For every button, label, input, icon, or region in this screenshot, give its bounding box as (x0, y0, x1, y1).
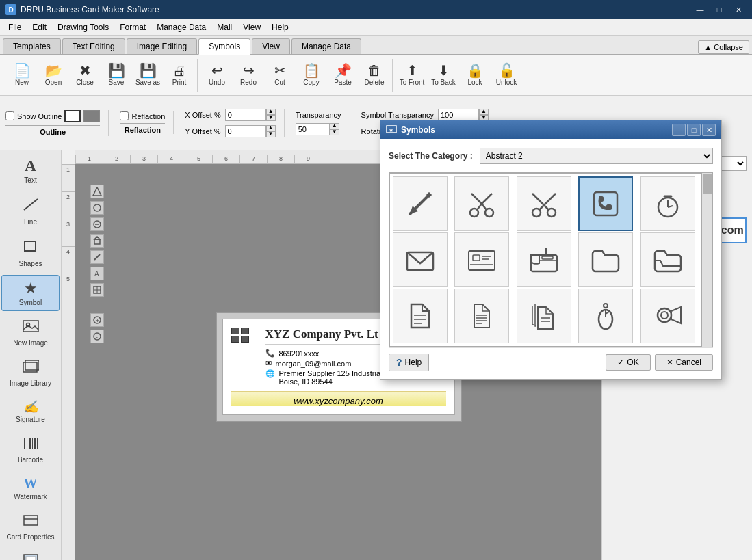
paste-button[interactable]: 📌 Paste (328, 59, 358, 92)
sidebar-item-card-background[interactable]: Card Background (1, 548, 60, 560)
redo-button[interactable]: ↪ Redo (233, 59, 263, 92)
dialog-restore-btn[interactable]: □ (687, 124, 701, 136)
to-front-button[interactable]: ⬆ To Front (397, 59, 427, 92)
show-outline-checkbox[interactable] (5, 111, 14, 120)
sidebar-item-card-properties[interactable]: Card Properties (1, 508, 60, 546)
sidebar-item-image-library[interactable]: Image Library (1, 354, 60, 392)
outline-fill-color[interactable] (83, 110, 100, 122)
ruler-h-8: 8 (267, 155, 294, 163)
canvas-tool-8[interactable]: + (90, 313, 104, 327)
canvas-tool-4[interactable] (90, 234, 104, 248)
sidebar-item-watermark[interactable]: W Watermark (1, 471, 60, 505)
reflaction-checkbox[interactable] (120, 111, 129, 120)
maximize-button[interactable]: □ (711, 3, 727, 16)
y-offset-input[interactable] (225, 125, 266, 137)
new-button[interactable]: 📄 New (7, 59, 37, 92)
symbol-cell-phone[interactable] (578, 176, 633, 231)
canvas-tool-3[interactable] (90, 217, 104, 231)
symbol-cell-envelope[interactable] (393, 232, 448, 287)
sidebar-item-signature[interactable]: ✍ Signature (1, 395, 60, 428)
menu-manage-data[interactable]: Manage Data (151, 19, 211, 35)
delete-button[interactable]: 🗑 Delete (359, 59, 389, 92)
symbol-cell-webcam[interactable] (640, 289, 695, 343)
symbol-cell-documents-stack[interactable] (517, 289, 571, 343)
sidebar-item-barcode[interactable]: Barcode (1, 431, 60, 468)
cut-button[interactable]: ✂ Cut (265, 59, 295, 92)
tab-text-editing[interactable]: Text Editing (62, 38, 125, 54)
menu-drawing-tools[interactable]: Drawing Tools (52, 19, 114, 35)
symbol-cell-mouse[interactable] (578, 289, 633, 343)
symbol-cell-scissors-open[interactable] (454, 176, 509, 231)
symbol-cell-mailbox[interactable] (517, 232, 571, 287)
canvas-tool-1[interactable] (90, 185, 104, 198)
dialog-category-select[interactable]: Abstract 2 Abstract 1 Business (480, 148, 713, 164)
sidebar-symbol-label: Symbol (19, 299, 42, 306)
symbol-cell-pencil[interactable] (393, 176, 448, 231)
close-doc-button[interactable]: ✖ Close (70, 59, 100, 92)
open-button[interactable]: 📂 Open (38, 59, 68, 92)
dialog-scrollbar[interactable] (701, 173, 712, 347)
dialog-win-buttons: — □ ✕ (672, 124, 716, 136)
svg-line-43 (477, 204, 482, 210)
symbol-cell-stopwatch[interactable] (640, 176, 695, 231)
save-button[interactable]: 💾 Save (101, 59, 131, 92)
save-as-button[interactable]: 💾 Save as (133, 59, 163, 92)
menu-mail[interactable]: Mail (211, 19, 237, 35)
tab-image-editing[interactable]: Image Editing (127, 38, 197, 54)
sidebar-item-text[interactable]: A Text (1, 152, 60, 189)
canvas-tool-2[interactable] (90, 201, 104, 215)
x-offset-input[interactable] (225, 109, 266, 121)
symbol-cell-document[interactable] (393, 289, 448, 343)
collapse-button[interactable]: ▲ Collapse (698, 40, 749, 54)
symbol-cell-document-lines[interactable] (454, 289, 509, 343)
canvas-tool-5[interactable] (90, 250, 104, 264)
canvas-tool-6[interactable]: A (90, 267, 104, 280)
symbol-transparancy-input[interactable] (438, 109, 479, 121)
dialog-close-btn[interactable]: ✕ (702, 124, 716, 136)
y-offset-down[interactable]: ▼ (266, 131, 276, 137)
sidebar-item-new-image[interactable]: New Image (1, 314, 60, 351)
menu-help[interactable]: Help (266, 19, 294, 35)
x-offset-down[interactable]: ▼ (266, 115, 276, 121)
sidebar-shapes-label: Shapes (19, 260, 42, 267)
dialog-scrollbar-thumb[interactable] (703, 174, 712, 194)
minimize-button[interactable]: — (692, 3, 708, 16)
symbol-cell-folder-closed[interactable] (578, 232, 633, 287)
close-button[interactable]: ✕ (730, 3, 747, 16)
ruler-h-3: 3 (130, 155, 157, 163)
canvas-tool-9[interactable]: - (90, 330, 104, 343)
menu-format[interactable]: Format (114, 19, 151, 35)
transparancy-down[interactable]: ▼ (330, 129, 339, 135)
help-button[interactable]: ? Help (389, 354, 429, 371)
tab-view[interactable]: View (252, 38, 290, 54)
sidebar-item-line[interactable]: Line (1, 191, 60, 230)
symbol-cell-folder-open[interactable] (640, 232, 695, 287)
canvas-tool-7[interactable] (90, 283, 104, 297)
undo-button[interactable]: ↩ Undo (202, 59, 232, 92)
new-icon: 📄 (14, 64, 31, 77)
symbol-cell-envelope-lines[interactable] (454, 232, 509, 287)
transparancy-input[interactable] (296, 123, 330, 135)
lock-button[interactable]: 🔒 Lock (460, 59, 490, 92)
cancel-button[interactable]: ✕ Cancel (655, 354, 713, 371)
image-library-icon (23, 359, 39, 378)
menu-view[interactable]: View (237, 19, 266, 35)
sidebar-item-shapes[interactable]: Shapes (1, 233, 60, 272)
tab-symbols[interactable]: Symbols (198, 38, 250, 55)
copy-button[interactable]: 📋 Copy (296, 59, 326, 92)
dialog-minimize-btn[interactable]: — (672, 124, 686, 136)
tab-manage-data[interactable]: Manage Data (291, 38, 361, 54)
tab-templates[interactable]: Templates (3, 38, 61, 54)
print-button[interactable]: 🖨 Print (164, 59, 194, 92)
sidebar-item-symbol[interactable]: ★ Symbol (1, 275, 60, 311)
ok-button[interactable]: ✓ OK (606, 354, 650, 371)
outline-section-label: Outline (5, 125, 100, 136)
symbol-cell-scissors-closed[interactable] (517, 176, 571, 231)
to-back-button[interactable]: ⬇ To Back (428, 59, 458, 92)
x-offset-label: X Offset % (185, 111, 220, 119)
svg-point-18 (94, 204, 101, 211)
outline-border-color[interactable] (64, 110, 81, 122)
unlock-button[interactable]: 🔓 Unlock (491, 59, 521, 92)
menu-file[interactable]: File (3, 19, 27, 35)
menu-edit[interactable]: Edit (27, 19, 52, 35)
